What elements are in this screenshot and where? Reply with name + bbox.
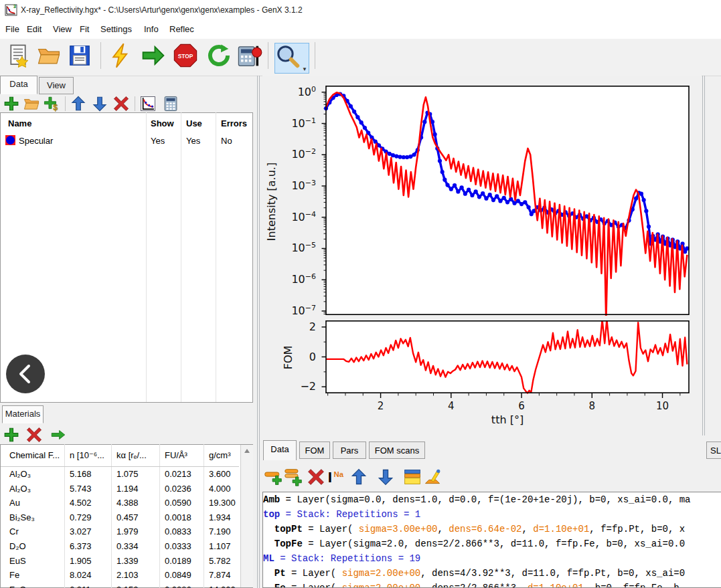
material-cell: Au — [9, 498, 20, 508]
delete-data-button[interactable] — [112, 95, 130, 112]
dataset-use[interactable]: Yes — [186, 136, 200, 146]
add-material-button[interactable] — [3, 426, 20, 444]
new-model-button[interactable] — [5, 43, 31, 68]
right-splitter[interactable] — [704, 76, 705, 435]
restart-button[interactable] — [206, 43, 232, 68]
col-header-use[interactable]: Use — [186, 118, 202, 128]
open-button[interactable] — [36, 43, 62, 68]
fom-plot[interactable] — [321, 320, 690, 401]
mat-header-gcm[interactable]: g/cm³ — [209, 450, 231, 460]
material-cell: 1.107 — [209, 541, 231, 551]
bottom-tab-data[interactable]: Data — [263, 440, 297, 460]
apply-material-button[interactable] — [50, 426, 67, 444]
menu-info[interactable]: Info — [144, 24, 159, 34]
bottom-tab-pars[interactable]: Pars — [333, 442, 366, 459]
mat-header-n[interactable]: n [10⁻⁶... — [70, 450, 104, 460]
menu-edit[interactable]: Edit — [27, 24, 42, 34]
dataset-show[interactable]: Yes — [151, 136, 165, 146]
right-splitter[interactable] — [702, 76, 703, 435]
delete-material-button[interactable] — [25, 426, 43, 444]
menu-fit[interactable]: Fit — [80, 24, 89, 34]
dataset-name[interactable]: Specular — [19, 136, 53, 146]
stop-button[interactable]: STOP — [173, 43, 198, 68]
rename-button[interactable]: INa — [327, 468, 345, 486]
rename-icon: INa — [327, 468, 345, 486]
material-cell: 7.190 — [209, 526, 231, 536]
col-header-show[interactable]: Show — [151, 118, 174, 128]
material-row[interactable]: Au4.5024.3880.059019.300 — [0, 496, 238, 510]
mat-header-formula[interactable]: Chemical F... — [9, 450, 60, 460]
add-layer-button[interactable] — [264, 468, 283, 486]
menu-reflec[interactable]: Reflec — [169, 24, 194, 34]
sample-up-button[interactable] — [349, 468, 368, 486]
collapse-panel-button[interactable] — [6, 355, 45, 393]
menu-settings[interactable]: Settings — [100, 24, 132, 34]
x-tick-label: 4 — [441, 400, 461, 412]
material-cell: 1.905 — [70, 556, 92, 566]
stop-icon: STOP — [173, 43, 198, 68]
x-tick-label: 10 — [653, 400, 673, 412]
material-cell: 4.388 — [116, 498, 139, 508]
error-stats-button[interactable] — [237, 43, 262, 68]
material-cell: 0.0018 — [165, 512, 191, 522]
tab-data[interactable]: Data — [0, 76, 37, 94]
bottom-tab-fom-scans[interactable]: FOM scans — [369, 442, 425, 459]
load-data-button[interactable] — [23, 95, 40, 112]
dropdown-arrow-icon[interactable]: ▼ — [302, 66, 307, 72]
simulate-button[interactable] — [108, 43, 134, 68]
dataset-errors[interactable]: No — [221, 136, 232, 146]
scroll-up-icon[interactable] — [244, 449, 250, 453]
instrument-button[interactable] — [423, 468, 442, 486]
svg-text:$: $ — [53, 103, 58, 112]
panel-splitter[interactable] — [257, 76, 258, 588]
bottom-tab-fom[interactable]: FOM — [299, 442, 330, 459]
material-row[interactable]: Cr3.0271.9790.08337.190 — [0, 524, 238, 539]
col-header-name[interactable]: Name — [8, 118, 31, 128]
panel-splitter[interactable] — [259, 76, 260, 588]
reflectivity-plot[interactable] — [321, 86, 690, 316]
tab-materials[interactable]: Materials — [2, 405, 44, 423]
mat-header-ka[interactable]: kα [rₑ/... — [116, 450, 147, 460]
material-cell: 0.0386 — [165, 585, 191, 588]
material-row[interactable]: EuS1.9051.3390.01895.782 — [0, 554, 238, 569]
add-simulation-button[interactable]: $ — [43, 95, 60, 112]
y-tick-label: 10−2 — [277, 147, 316, 161]
delete-sample-button[interactable] — [307, 468, 325, 486]
sample-down-button[interactable] — [376, 468, 395, 486]
material-row[interactable]: Bi₂Se₃0.7290.4570.00181.934 — [0, 510, 238, 525]
mat-header-fu[interactable]: FU/Å³ — [165, 450, 187, 460]
material-cell: 6.373 — [70, 541, 92, 551]
main-y-axis-label: Intensity [a.u.] — [265, 152, 278, 252]
material-row[interactable]: Al₂O₃5.7431.1940.02364.000 — [0, 482, 238, 496]
material-row[interactable]: FeCo6.3113.1530.038614.000 — [0, 583, 238, 588]
x-tick-label: 2 — [371, 400, 391, 412]
tab-view[interactable]: View — [39, 77, 74, 94]
col-header-errors[interactable]: Errors — [221, 118, 247, 128]
material-row[interactable]: Al₂O₃5.1681.0750.02133.600 — [0, 467, 238, 482]
add-data-button[interactable] — [3, 95, 20, 112]
save-button[interactable] — [67, 43, 92, 68]
x-tick-label: 6 — [511, 400, 532, 412]
material-row[interactable]: Fe8.0242.1030.08497.874 — [0, 568, 238, 583]
material-cell: 19.300 — [209, 498, 236, 508]
plot-settings-button[interactable] — [139, 95, 157, 112]
move-down-button[interactable] — [91, 95, 108, 112]
x-tick-label: 8 — [582, 400, 602, 412]
simulate-icon — [108, 43, 134, 68]
move-up-button[interactable] — [70, 95, 87, 112]
sample-script-editor[interactable]: Amb = Layer(sigma=0.0, dens=1.0, d=0.0, … — [262, 492, 721, 588]
material-cell: D₂O — [9, 541, 26, 551]
calc-button[interactable] — [162, 95, 179, 112]
material-cell: 7.874 — [209, 570, 231, 580]
material-row[interactable]: D₂O6.3730.3340.03331.107 — [0, 539, 238, 554]
menu-view[interactable]: View — [53, 24, 72, 34]
add-stack-button[interactable] — [284, 468, 303, 486]
sample-view-button[interactable] — [403, 468, 422, 486]
bottom-tab-sld[interactable]: SL — [706, 442, 721, 459]
zoom-button[interactable]: ▼ — [274, 43, 309, 74]
materials-scrollbar[interactable] — [240, 445, 253, 587]
menu-file[interactable]: File — [5, 24, 19, 34]
start-fit-button[interactable] — [141, 43, 166, 68]
material-cell: 8.024 — [70, 570, 92, 580]
material-cell: 5.782 — [209, 556, 231, 566]
